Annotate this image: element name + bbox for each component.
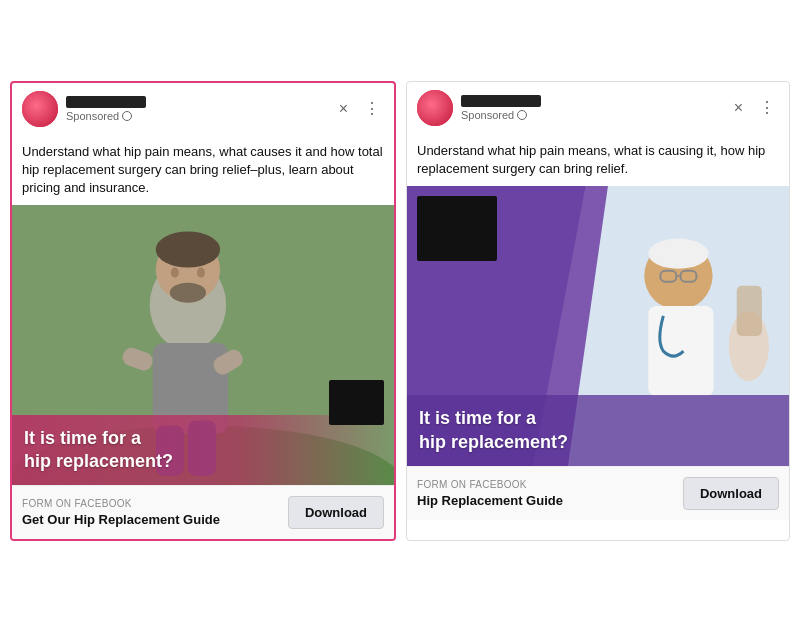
svg-rect-22 [737,286,762,336]
overlay-line1-left: It is time for a [24,428,141,448]
sponsored-label-right: Sponsored [461,109,514,121]
ad-image-left: It is time for a hip replacement? [12,205,394,485]
ad-footer-right: FORM ON FACEBOOK Hip Replacement Guide D… [407,466,789,520]
image-overlay-right: It is time for a hip replacement? [407,395,789,466]
ad-image-right: It is time for a hip replacement? [407,186,789,466]
body-text-left: Understand what hip pain means, what cau… [12,135,394,206]
svg-point-10 [171,268,179,278]
menu-button-left[interactable]: ⋮ [360,97,384,120]
ad-card-right: Sponsored × ⋮ Understand what hip pain m… [406,81,790,542]
ad-header-right: Sponsored × ⋮ [407,82,789,134]
svg-point-9 [156,232,220,268]
overlay-text-right: It is time for a hip replacement? [419,407,777,454]
menu-button-right[interactable]: ⋮ [755,96,779,119]
body-text-right: Understand what hip pain means, what is … [407,134,789,186]
redacted-name-right [461,95,541,107]
avatar-right [417,90,453,126]
globe-icon-right [517,110,527,120]
ads-container: Sponsored × ⋮ Understand what hip pain m… [10,81,790,542]
header-text-right: Sponsored [461,95,730,121]
sponsored-right: Sponsored [461,109,730,121]
footer-title-right: Hip Replacement Guide [417,493,563,508]
ad-footer-left: FORM ON FACEBOOK Get Our Hip Replacement… [12,485,394,539]
redacted-name-left [66,96,146,108]
svg-rect-20 [648,306,713,396]
download-button-right[interactable]: Download [683,477,779,510]
avatar-left [22,91,58,127]
svg-point-16 [648,239,708,269]
ad-card-left: Sponsored × ⋮ Understand what hip pain m… [10,81,396,542]
overlay-line2-left: hip replacement? [24,451,173,471]
redacted-block-left [329,380,384,425]
svg-point-11 [197,268,205,278]
close-button-right[interactable]: × [730,97,747,119]
header-text-left: Sponsored [66,96,335,122]
sponsored-left: Sponsored [66,110,335,122]
name-row-right [461,95,730,107]
footer-info-right: FORM ON FACEBOOK Hip Replacement Guide [417,479,563,508]
footer-title-left: Get Our Hip Replacement Guide [22,512,220,527]
overlay-text-left: It is time for a hip replacement? [24,427,382,474]
name-row-left [66,96,335,108]
globe-icon-left [122,111,132,121]
svg-point-12 [170,283,206,303]
image-overlay-left: It is time for a hip replacement? [12,415,394,486]
overlay-line2-right: hip replacement? [419,432,568,452]
footer-label-left: FORM ON FACEBOOK [22,498,220,509]
close-button-left[interactable]: × [335,98,352,120]
footer-info-left: FORM ON FACEBOOK Get Our Hip Replacement… [22,498,220,527]
overlay-line1-right: It is time for a [419,408,536,428]
ad-header-left: Sponsored × ⋮ [12,83,394,135]
ad-actions-left: × ⋮ [335,97,384,120]
footer-label-right: FORM ON FACEBOOK [417,479,563,490]
ad-actions-right: × ⋮ [730,96,779,119]
redacted-block-right [417,196,497,261]
sponsored-label-left: Sponsored [66,110,119,122]
download-button-left[interactable]: Download [288,496,384,529]
